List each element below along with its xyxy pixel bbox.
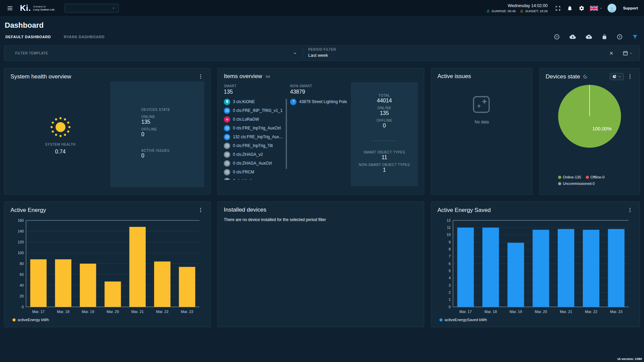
svg-text:?: ? <box>619 35 620 39</box>
svg-text:80: 80 <box>20 262 24 266</box>
bar <box>104 282 121 307</box>
hamburger-menu-button[interactable] <box>6 4 14 12</box>
module-icon <box>224 160 230 167</box>
list-item[interactable]: 0 cls:LoRaGW <box>224 115 284 124</box>
online-label: ONLINE <box>378 106 391 110</box>
period-filter-label: PERIOD FILTER <box>308 48 336 52</box>
list-item[interactable]: 0 cls:FRE_INP_TRIG_v1_1 <box>224 106 284 115</box>
card-menu-button[interactable] <box>626 73 634 80</box>
list-item[interactable]: 43879 Street Lighting Pole <box>290 97 349 106</box>
dashboard-toolbar: ? <box>553 33 639 41</box>
sun-icon <box>47 114 74 140</box>
legend-dot <box>13 318 16 321</box>
gear-icon <box>579 5 585 11</box>
module-icon <box>224 178 230 180</box>
fullscreen-button[interactable] <box>554 5 562 12</box>
avatar[interactable] <box>607 4 616 13</box>
settings-button[interactable] <box>578 5 585 12</box>
cloud-download-icon <box>569 34 576 40</box>
svg-text:1: 1 <box>449 297 451 301</box>
list-item[interactable]: 0 cls:FRE_InpTrig_AuxCtrl <box>224 124 284 132</box>
legend-label: Offline-0 <box>591 175 604 179</box>
total-label: TOTAL <box>379 94 390 97</box>
legend-label: Uncommissioned-0 <box>563 182 595 186</box>
svg-text:9: 9 <box>449 240 451 244</box>
card-menu-button[interactable] <box>197 73 204 80</box>
card-title: Active Energy <box>10 207 46 214</box>
card-title: System health overview <box>10 73 71 80</box>
notifications-button[interactable] <box>566 5 573 12</box>
bar <box>30 259 46 307</box>
module-icon <box>224 169 230 175</box>
support-link[interactable]: Support <box>623 6 638 10</box>
active-energy-saved-bar-chart: 0123456789101112Mar. 17Mar. 18Mar. 19Mar… <box>437 216 634 317</box>
period-filter[interactable]: PERIOD FILTER Last week <box>308 48 336 59</box>
calendar-button[interactable] <box>622 50 634 56</box>
period-filter-value: Last week <box>308 53 328 58</box>
calendar-icon <box>623 50 628 56</box>
installed-devices-card: Installed devices There are no device in… <box>217 201 424 327</box>
export-dashboard-button[interactable] <box>585 33 593 41</box>
list-item[interactable]: 0 cls:Libelium <box>224 176 284 180</box>
filter-icon <box>632 34 638 40</box>
list-item[interactable]: 0 cls:ZHAGA_AuxCtrl <box>224 159 284 168</box>
smart-item-list: 3 cls:KiONE0 cls:FRE_INP_TRIG_v1_10 cls:… <box>224 97 284 180</box>
svg-text:Mar. 23: Mar. 23 <box>181 310 193 314</box>
dashboard-tabs-row: DEFAULT DASHBOARDRYANS DASHBOARD ? <box>5 33 639 41</box>
tab-default-dashboard[interactable]: DEFAULT DASHBOARD <box>5 33 51 40</box>
filter-template-label: FILTER TEMPLATE <box>15 51 48 55</box>
legend-dot <box>439 318 443 321</box>
non-smart-item-list: 43879 Street Lighting Pole <box>290 97 349 180</box>
list-item-label: 43879 Street Lighting Pole <box>299 99 347 104</box>
bell-icon <box>567 5 573 11</box>
chevron-down-icon <box>618 75 621 78</box>
list-item[interactable]: 132 cls:FRE_InpTrig_AuxCtrl_... <box>224 132 284 141</box>
legend-dot <box>586 176 589 179</box>
list-item[interactable]: 0 cls:FRE_InpTrig_Tilt <box>224 141 284 150</box>
list-item-label: 0 cls:Libelium <box>233 178 258 180</box>
scrollbar[interactable] <box>286 99 287 169</box>
list-item-label: 3 cls:KiONE <box>233 99 255 104</box>
devices-state-pie-chart: 100.00% <box>546 84 634 148</box>
devices-state-panel: DEVICES STATE ONLINE 135 OFFLINE 0 ACTIV… <box>110 81 204 187</box>
card-title: Active issues <box>437 73 471 80</box>
filter-button[interactable] <box>631 33 639 41</box>
sunrise-text: SUNRISE: 05:45 <box>492 9 516 13</box>
lock-icon <box>602 34 607 40</box>
language-select[interactable] <box>590 6 603 11</box>
card-menu-button[interactable] <box>197 207 204 214</box>
bar <box>129 227 146 307</box>
import-dashboard-button[interactable] <box>569 33 577 41</box>
chart-type-select[interactable] <box>610 73 624 80</box>
organization-select[interactable] <box>65 4 119 13</box>
brand-logo-text: Ki. <box>20 5 31 11</box>
chevron-down-icon <box>629 51 633 55</box>
remove-widget-button[interactable] <box>553 33 560 41</box>
non-smart-count: 43879 <box>290 89 349 95</box>
pie-chart-icon <box>612 74 617 79</box>
items-overview-card: Items overview SMART 135 3 cls:KiONE0 cl… <box>217 68 424 195</box>
svg-text:6: 6 <box>449 262 451 266</box>
active-issues-label: ACTIVE ISSUES <box>141 149 204 152</box>
sunrise-icon <box>486 9 490 13</box>
active-issues-value: 0 <box>141 153 204 159</box>
module-icon <box>224 107 230 114</box>
lock-dashboard-button[interactable] <box>601 33 608 40</box>
link-button[interactable] <box>265 73 271 80</box>
chart-legend: activeEnergy kWh <box>10 318 204 322</box>
no-devices-message: There are no device installed for the se… <box>224 217 418 222</box>
list-item-label: 0 cls:FRE_InpTrig_Tilt <box>233 143 273 148</box>
clear-filter-button[interactable] <box>608 50 615 56</box>
svg-text:0: 0 <box>22 305 24 309</box>
help-button[interactable]: ? <box>616 33 623 41</box>
list-item[interactable]: 3 cls:KiONE <box>224 97 284 106</box>
tab-ryans-dashboard[interactable]: RYANS DASHBOARD <box>64 33 105 40</box>
card-menu-button[interactable] <box>626 207 634 214</box>
bar <box>154 262 170 307</box>
legend-dot <box>558 176 561 179</box>
filter-template-select[interactable]: FILTER TEMPLATE <box>10 51 297 55</box>
list-item-label: 0 cls:FRCM <box>233 170 254 174</box>
location-pin-icon <box>224 99 230 105</box>
list-item[interactable]: 0 cls:ZHAGA_v2 <box>224 150 284 159</box>
list-item[interactable]: 0 cls:FRCM <box>224 168 284 176</box>
